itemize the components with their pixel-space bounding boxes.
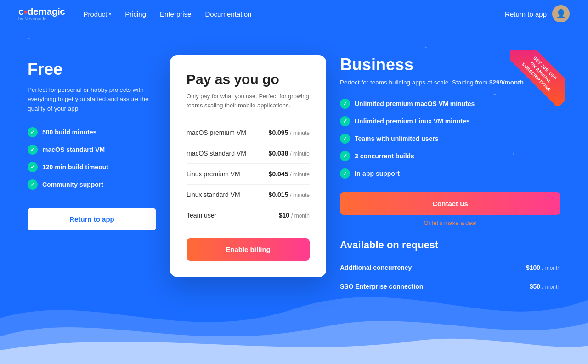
free-feature-label-3: 120 min build timeout <box>42 163 108 171</box>
check-icon: ✓ <box>28 162 38 172</box>
enable-billing-button[interactable]: Enable billing <box>187 238 310 261</box>
available-row-concurrency: Additional concurrency $100 / month <box>340 258 560 277</box>
free-feature-label-1: 500 build minutes <box>42 129 96 136</box>
nav-links: Product ▾ Pricing Enterprise Documentati… <box>84 10 505 18</box>
business-feature-label-4: 3 concurrent builds <box>355 152 414 160</box>
additional-concurrency-label: Additional concurrency <box>340 264 412 271</box>
business-feature-label-1: Unlimited premium macOS VM minutes <box>355 100 475 107</box>
macos-standard-label: macOS standard VM <box>187 150 246 157</box>
nav-pricing[interactable]: Pricing <box>125 10 146 18</box>
logo-byline: by Nevercode <box>18 17 65 21</box>
available-on-request-title: Available on request <box>340 239 560 251</box>
free-feature-3: ✓ 120 min build timeout <box>28 162 156 172</box>
sso-enterprise-label: SSO Enterprise connection <box>340 283 423 290</box>
avatar: 👤 <box>552 5 570 22</box>
business-feature-4: ✓ 3 concurrent builds <box>340 151 560 161</box>
business-feature-label-3: Teams with unlimited users <box>355 135 439 142</box>
logo-area: c•demagic by Nevercode <box>18 6 65 21</box>
navbar: c•demagic by Nevercode Product ▾ Pricing… <box>0 0 588 28</box>
available-on-request-section: Available on request Additional concurre… <box>340 239 560 296</box>
logo: c•demagic <box>18 6 65 16</box>
free-feature-label-4: Community support <box>42 181 103 188</box>
business-feature-2: ✓ Unlimited premium Linux VM minutes <box>340 116 560 126</box>
business-plan-column: GET 20% OFFON ANNUALSUBSCRIPTIONS Busine… <box>340 55 560 296</box>
discount-ribbon: GET 20% OFFON ANNUALSUBSCRIPTIONS <box>505 50 565 110</box>
linux-standard-label: Linux standard VM <box>187 191 240 198</box>
check-icon: ✓ <box>340 134 350 144</box>
chevron-down-icon: ▾ <box>109 11 111 17</box>
contact-us-button[interactable]: Contact us <box>340 192 560 215</box>
free-plan-column: Free Perfect for personal or hobby proje… <box>28 55 156 230</box>
linux-premium-label: Linux premium VM <box>187 170 240 178</box>
check-icon: ✓ <box>340 116 350 126</box>
nav-enterprise[interactable]: Enterprise <box>160 10 191 18</box>
business-feature-3: ✓ Teams with unlimited users <box>340 134 560 144</box>
business-feature-label-2: Unlimited premium Linux VM minutes <box>355 118 469 125</box>
free-feature-1: ✓ 500 build minutes <box>28 127 156 137</box>
check-icon: ✓ <box>28 127 38 137</box>
check-icon: ✓ <box>340 168 350 179</box>
pricing-row-linux-premium: Linux premium VM $0.045 / minute <box>187 164 310 185</box>
free-feature-label-2: macOS standard VM <box>42 146 105 153</box>
business-feature-5: ✓ In-app support <box>340 168 560 179</box>
make-deal-link[interactable]: Or let's make a deal <box>340 219 560 226</box>
sso-enterprise-price: $50 / month <box>530 283 560 290</box>
linux-premium-price: $0.045 / minute <box>269 170 310 178</box>
free-plan-title: Free <box>28 60 156 79</box>
additional-concurrency-price: $100 / month <box>526 264 560 271</box>
nav-right: Return to app 👤 <box>505 5 570 22</box>
main-content: Free Perfect for personal or hobby proje… <box>0 28 588 296</box>
team-user-label: Team user <box>187 212 216 219</box>
payg-plan-description: Only pay for what you use. Perfect for g… <box>187 92 310 110</box>
business-feature-label-5: In-app support <box>355 170 400 177</box>
free-feature-4: ✓ Community support <box>28 179 156 190</box>
nav-product[interactable]: Product ▾ <box>84 10 112 18</box>
pricing-row-team-user: Team user $10 / month <box>187 205 310 225</box>
macos-premium-price: $0.095 / minute <box>269 129 310 136</box>
free-feature-2: ✓ macOS standard VM <box>28 145 156 155</box>
team-user-price: $10 / month <box>279 212 310 219</box>
nav-documentation[interactable]: Documentation <box>205 10 251 18</box>
check-icon: ✓ <box>340 151 350 161</box>
free-return-to-app-button[interactable]: Return to app <box>28 208 156 230</box>
linux-standard-price: $0.015 / minute <box>269 191 310 198</box>
macos-standard-price: $0.038 / minute <box>269 150 310 157</box>
payg-plan-title: Pay as you go <box>187 72 310 87</box>
macos-premium-label: macOS premium VM <box>187 129 246 136</box>
nav-return-to-app[interactable]: Return to app <box>505 10 547 18</box>
ribbon-text: GET 20% OFFON ANNUALSUBSCRIPTIONS <box>510 50 565 106</box>
pricing-row-macos-standard: macOS standard VM $0.038 / minute <box>187 143 310 164</box>
available-row-sso: SSO Enterprise connection $50 / month <box>340 277 560 296</box>
check-icon: ✓ <box>28 145 38 155</box>
free-plan-description: Perfect for personal or hobby projects w… <box>28 85 156 113</box>
pricing-row-macos-premium: macOS premium VM $0.095 / minute <box>187 123 310 143</box>
check-icon: ✓ <box>340 99 350 109</box>
business-features-list: ✓ Unlimited premium macOS VM minutes ✓ U… <box>340 99 560 179</box>
check-icon: ✓ <box>28 179 38 190</box>
pricing-row-linux-standard: Linux standard VM $0.015 / minute <box>187 185 310 205</box>
payg-plan-card: Pay as you go Only pay for what you use.… <box>170 55 326 277</box>
free-features-list: ✓ 500 build minutes ✓ macOS standard VM … <box>28 127 156 190</box>
